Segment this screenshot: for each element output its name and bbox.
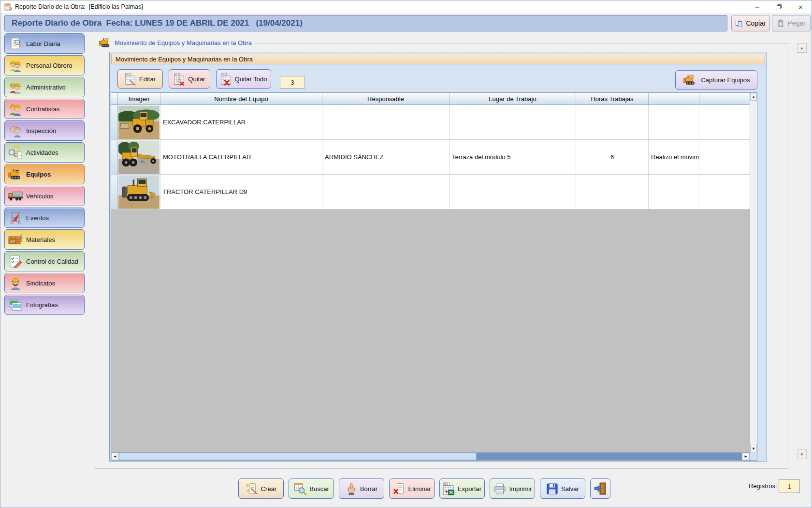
column-header-nombre[interactable]: Nombre del Equipo bbox=[160, 93, 322, 105]
column-header-horas[interactable]: Horas Trabajas bbox=[576, 93, 649, 105]
app-icon bbox=[4, 3, 12, 11]
restore-button[interactable] bbox=[768, 0, 790, 13]
close-button[interactable]: × bbox=[790, 0, 812, 13]
cell-horas: 6 bbox=[576, 140, 649, 174]
table-empty-area bbox=[111, 209, 750, 452]
salvar-button[interactable]: Salvar bbox=[540, 478, 585, 499]
eliminar-button[interactable]: Eliminar bbox=[389, 478, 435, 499]
row-selector[interactable] bbox=[111, 140, 118, 174]
copiar-label: Copiar bbox=[746, 19, 766, 27]
editar-label: Editar bbox=[139, 75, 156, 83]
sheet-edit-icon: IP-3 bbox=[125, 73, 136, 86]
sidebar-item-label: Fotografías bbox=[26, 301, 58, 309]
cell-horas bbox=[576, 175, 649, 209]
equipment-photo-excavador bbox=[118, 105, 160, 139]
vertical-scrollbar-track[interactable] bbox=[750, 101, 757, 445]
imprimir-label: Imprimir bbox=[509, 485, 532, 493]
sidebar-item-fotografias[interactable]: Fotografías bbox=[4, 295, 85, 315]
column-header-responsable[interactable]: Responsable bbox=[322, 93, 450, 105]
panel-scroll-up[interactable]: ▲ bbox=[797, 43, 807, 53]
horizontal-scrollbar-track[interactable] bbox=[477, 453, 742, 460]
sidebar-item-administrativo[interactable]: Administrativo bbox=[4, 77, 85, 97]
worker-icon bbox=[7, 277, 24, 290]
copiar-button[interactable]: Copiar bbox=[731, 15, 770, 31]
workers-icon bbox=[7, 59, 24, 72]
exit-button[interactable] bbox=[590, 478, 610, 499]
borrar-button[interactable]: Borrar bbox=[339, 478, 384, 499]
search-list-icon bbox=[7, 146, 24, 159]
scroll-down-icon[interactable]: ▼ bbox=[750, 445, 757, 452]
column-header-imagen[interactable]: Imagen bbox=[118, 93, 160, 105]
minimize-button[interactable]: – bbox=[746, 0, 768, 13]
row-selector[interactable] bbox=[111, 105, 118, 139]
table-row[interactable]: EXCAVADOR CATERPILLAR bbox=[111, 105, 750, 140]
cell-lugar bbox=[450, 175, 576, 209]
sidebar-item-label: Control de Calidad bbox=[26, 258, 78, 265]
vertical-scrollbar[interactable]: ▲ ▼ bbox=[750, 93, 757, 460]
sidebar-item-materiales[interactable]: Materiales bbox=[4, 229, 85, 250]
svg-text:IP-3: IP-3 bbox=[221, 73, 225, 75]
sidebar-item-label: Labor Diaria bbox=[26, 40, 60, 47]
select-all-cell[interactable] bbox=[111, 93, 118, 105]
column-header-observacion[interactable] bbox=[649, 93, 699, 105]
create-icon bbox=[246, 482, 258, 495]
row-selector[interactable] bbox=[111, 175, 118, 209]
salvar-label: Salvar bbox=[561, 485, 579, 493]
report-header: Reporte Diario de Obra Fecha: LUNES 19 D… bbox=[4, 15, 727, 31]
photos-icon bbox=[7, 299, 24, 311]
sidebar-item-sindicatos[interactable]: Sindicatos bbox=[4, 273, 85, 293]
cell-lugar bbox=[450, 105, 576, 139]
sidebar-item-labor-diaria[interactable]: Labor Diaria bbox=[4, 33, 85, 54]
hand-icon bbox=[346, 482, 357, 495]
scroll-left-icon[interactable]: ◄ bbox=[111, 453, 119, 460]
quitar-todo-button[interactable]: IP-3 Quitar Todo bbox=[216, 69, 271, 89]
exportar-button[interactable]: IP-3 Exportar bbox=[439, 478, 485, 499]
svg-text:IP-3: IP-3 bbox=[444, 483, 449, 485]
cell-nombre: EXCAVADOR CATERPILLAR bbox=[160, 105, 322, 139]
sidebar-item-label: Administrativo bbox=[26, 84, 66, 91]
cell-responsable bbox=[322, 175, 450, 209]
sidebar-item-control-calidad[interactable]: Control de Calidad bbox=[4, 251, 85, 271]
paste-icon bbox=[777, 19, 784, 27]
sidebar-item-label: Vehículos bbox=[26, 193, 53, 200]
column-header-lugar[interactable]: Lugar de Trabajo bbox=[450, 93, 576, 105]
cell-nombre: TRACTOR CATERPILLAR D9 bbox=[160, 175, 322, 209]
scaffold-flag-icon bbox=[7, 211, 24, 224]
capturar-equipos-button[interactable]: Capturar Equipos bbox=[675, 70, 757, 90]
column-header-filler bbox=[699, 93, 750, 105]
panel-scroll-down[interactable]: ▼ bbox=[797, 449, 807, 459]
cell-lugar: Terraza del módulo 5 bbox=[450, 140, 576, 174]
quitar-button[interactable]: IP-3 Quitar bbox=[169, 69, 210, 89]
sidebar-item-inspeccion[interactable]: Inspección bbox=[4, 120, 85, 141]
editar-button[interactable]: IP-3 Editar bbox=[117, 69, 163, 89]
panel-title: Movimiento de Equipos y Maquinarias en l… bbox=[112, 56, 253, 63]
sidebar-item-contratistas[interactable]: Contratistas bbox=[4, 99, 85, 119]
buscar-label: Buscar bbox=[309, 485, 329, 493]
buscar-button[interactable]: 1 2 Buscar bbox=[289, 478, 334, 499]
sidebar-item-label: Contratistas bbox=[26, 105, 59, 113]
scroll-up-icon[interactable]: ▲ bbox=[750, 93, 757, 101]
table-row[interactable]: TRACTOR CATERPILLAR D9 bbox=[111, 175, 750, 209]
equipment-photo-tractor bbox=[118, 175, 160, 209]
groupbox-legend: Movimiento de Equipos y Maquinarias en l… bbox=[95, 36, 255, 49]
sidebar-item-vehiculos[interactable]: Vehículos bbox=[4, 186, 85, 206]
sidebar-item-eventos[interactable]: Eventos bbox=[4, 208, 85, 228]
cell-observacion bbox=[649, 105, 699, 139]
cell-responsable: ARMIDIO SÁNCHEZ bbox=[322, 140, 450, 174]
sidebar-item-equipos[interactable]: Equipos bbox=[4, 164, 85, 184]
workers-icon bbox=[7, 81, 24, 94]
sheet-remove-all-icon: IP-3 bbox=[220, 73, 232, 86]
svg-text:IP-3: IP-3 bbox=[126, 73, 130, 75]
horizontal-scrollbar[interactable]: ◄ ► bbox=[111, 452, 750, 460]
sidebar-item-personal-obrero[interactable]: Personal Obrero bbox=[4, 55, 85, 75]
exportar-label: Exportar bbox=[458, 485, 481, 493]
workers-icon bbox=[7, 103, 24, 116]
imprimir-button[interactable]: Imprimir bbox=[490, 478, 535, 499]
sidebar-item-actividades[interactable]: Actividades bbox=[4, 142, 85, 163]
pegar-button[interactable]: Pegar bbox=[772, 15, 811, 31]
crear-button[interactable]: Crear bbox=[238, 478, 284, 499]
window-title: Reporte Diario de la Obra: [Edificio las… bbox=[15, 0, 143, 13]
scroll-right-icon[interactable]: ► bbox=[742, 453, 750, 460]
horizontal-scrollbar-thumb[interactable] bbox=[119, 453, 477, 460]
table-row[interactable]: MOTOTRAILLA CATERPILLAR ARMIDIO SÁNCHEZ … bbox=[111, 140, 750, 175]
